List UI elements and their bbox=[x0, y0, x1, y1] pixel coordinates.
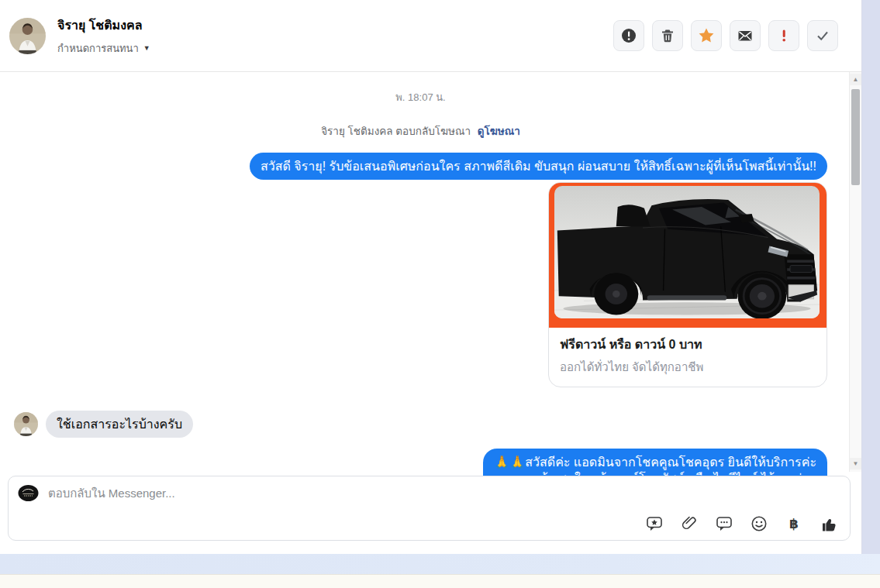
saved-reply-icon bbox=[646, 515, 663, 532]
reply-input[interactable] bbox=[48, 487, 513, 500]
star-button[interactable] bbox=[691, 20, 722, 51]
contact-avatar[interactable] bbox=[9, 18, 46, 54]
message-line: 🙏🙏สวัสดีค่ะ แอดมินจากโชคคูณโชคอุดร ยินดี… bbox=[494, 454, 816, 470]
attach-icon bbox=[681, 515, 698, 532]
important-icon bbox=[776, 28, 792, 43]
like-thumb-icon bbox=[820, 515, 839, 534]
person-photo-icon bbox=[9, 18, 46, 54]
scroll-up-arrow-icon[interactable]: ▲ bbox=[850, 74, 861, 85]
ad-reply-context: จิรายุ โชติมงคล ตอบกลับโฆษณา ดูโฆษณา bbox=[14, 122, 827, 139]
mark-done-icon bbox=[815, 28, 830, 43]
incoming-message-bubble: ใช้เอกสารอะไรบ้างครับ bbox=[46, 411, 193, 438]
emoji-icon bbox=[751, 515, 768, 532]
mark-done-button[interactable] bbox=[807, 20, 838, 51]
pickup-truck-photo-icon bbox=[554, 186, 820, 318]
ad-image-frame bbox=[549, 183, 827, 328]
messenger-chat-panel: จิรายุ โชติมงคล กำหนดการสนทนา ▼ bbox=[0, 0, 862, 554]
emoji-button[interactable] bbox=[751, 515, 768, 532]
message-list: พ. 18:07 น. จิรายุ โชติมงคล ตอบกลับโฆษณา… bbox=[0, 72, 861, 471]
composer-area: ฿ bbox=[0, 471, 861, 554]
ad-image-truck bbox=[554, 186, 820, 318]
outgoing-message-bubble: สวัสดี จิรายุ! รับข้อเสนอพิเศษก่อนใคร สภ… bbox=[250, 153, 827, 180]
conversation-header: จิรายุ โชติมงคล กำหนดการสนทนา ▼ bbox=[0, 0, 861, 72]
mark-important-button[interactable] bbox=[768, 20, 799, 51]
mark-unread-icon bbox=[737, 28, 753, 43]
schedule-label: กำหนดการสนทนา bbox=[57, 40, 139, 57]
composer-input-row bbox=[9, 476, 850, 502]
comment-button[interactable] bbox=[716, 515, 733, 532]
report-icon bbox=[621, 28, 637, 43]
attach-file-button[interactable] bbox=[681, 515, 698, 532]
ad-attachment-card[interactable]: ฟรีดาวน์ หรือ ดาวน์ 0 บาท ออกได้ทั่วไทย … bbox=[548, 182, 827, 387]
message-row: ฟรีดาวน์ หรือ ดาวน์ 0 บาท ออกได้ทั่วไทย … bbox=[14, 182, 827, 387]
page-backdrop-bottom-band bbox=[0, 554, 880, 575]
baht-icon: ฿ bbox=[789, 518, 799, 531]
scrollbar[interactable]: ▲ ▼ bbox=[849, 72, 861, 472]
ad-card-text: ฟรีดาวน์ หรือ ดาวน์ 0 บาท ออกได้ทั่วไทย … bbox=[549, 328, 827, 387]
message-row: สวัสดี จิรายุ! รับข้อเสนอพิเศษก่อนใคร สภ… bbox=[14, 153, 827, 180]
delete-button[interactable] bbox=[652, 20, 683, 51]
contact-avatar-small bbox=[14, 412, 38, 436]
person-photo-icon bbox=[14, 412, 38, 436]
dealership-logo-icon bbox=[18, 484, 39, 502]
ad-card-title: ฟรีดาวน์ หรือ ดาวน์ 0 บาท bbox=[560, 335, 816, 354]
message-row: ใช้เอกสารอะไรบ้างครับ bbox=[14, 411, 827, 438]
payment-button[interactable]: ฿ bbox=[785, 515, 802, 532]
composer-toolbar: ฿ bbox=[646, 515, 837, 532]
reply-composer: ฿ bbox=[8, 476, 851, 541]
ad-reply-text: จิรายุ โชติมงคล ตอบกลับโฆษณา bbox=[321, 126, 471, 137]
comment-icon bbox=[716, 515, 733, 532]
chevron-down-icon: ▼ bbox=[143, 44, 150, 52]
view-ad-link[interactable]: ดูโฆษณา bbox=[478, 126, 520, 137]
conversation-timestamp: พ. 18:07 น. bbox=[14, 89, 827, 105]
page-logo-avatar bbox=[18, 484, 39, 502]
scroll-down-arrow-icon[interactable]: ▼ bbox=[850, 458, 861, 469]
star-icon bbox=[698, 27, 715, 44]
ad-card-subtitle: ออกได้ทั่วไทย จัดได้ทุกอาชีพ bbox=[560, 358, 816, 377]
contact-info: จิรายุ โชติมงคล กำหนดการสนทนา ▼ bbox=[57, 15, 150, 57]
conversation-actions bbox=[613, 20, 838, 51]
contact-name: จิรายุ โชติมงคล bbox=[57, 15, 150, 35]
scrollbar-thumb[interactable] bbox=[851, 89, 860, 185]
mark-unread-button[interactable] bbox=[730, 20, 761, 51]
conversation-schedule-dropdown[interactable]: กำหนดการสนทนา ▼ bbox=[57, 40, 150, 57]
saved-reply-button[interactable] bbox=[646, 515, 663, 532]
delete-icon bbox=[660, 28, 675, 43]
report-button[interactable] bbox=[613, 20, 644, 51]
page-backdrop-right bbox=[862, 0, 880, 554]
like-button[interactable] bbox=[820, 515, 837, 532]
